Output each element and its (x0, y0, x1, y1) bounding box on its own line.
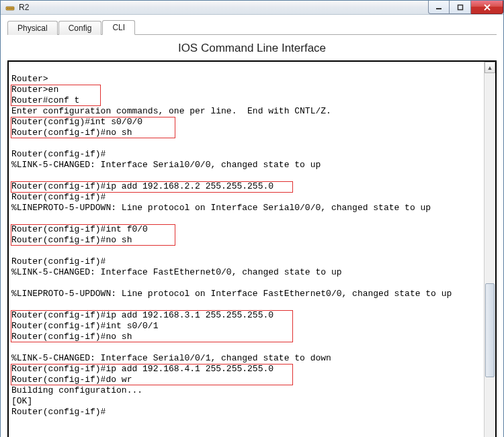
app-icon (5, 2, 15, 13)
terminal-container: Router>Router>enRouter#conf tEnter confi… (7, 60, 497, 437)
terminal-line: Router(config-if)#int s0/0/1 (11, 321, 481, 332)
svg-point-3 (11, 8, 11, 9)
terminal-line: Router(config-if)#no sh (11, 128, 481, 138)
tab-config[interactable]: Config (58, 21, 102, 35)
terminal-line: %LINK-5-CHANGED: Interface Serial0/0/0, … (11, 160, 481, 171)
terminal-line: Router(config-if)#int f0/0 (11, 224, 481, 235)
svg-point-4 (12, 8, 13, 9)
terminal-line: Router(config-if)# (11, 149, 481, 160)
terminal-line (11, 299, 481, 310)
terminal-line: Router(config-if)#ip add 192.168.3.1 255… (11, 310, 481, 321)
svg-point-1 (7, 8, 8, 9)
close-button[interactable] (471, 1, 503, 14)
terminal-scrollbar[interactable]: ▲ ▼ (484, 62, 495, 437)
terminal-line: Router(config-if)#no sh (11, 332, 481, 342)
terminal-line: %LINEPROTO-5-UPDOWN: Line protocol on In… (11, 203, 481, 213)
terminal-line: [OK] (11, 396, 481, 407)
terminal-line: Router(config-if)# (11, 407, 481, 418)
terminal-line: Router>en (11, 85, 481, 95)
minimize-button[interactable] (428, 1, 450, 14)
scroll-thumb[interactable] (485, 283, 495, 377)
terminal-line (11, 246, 481, 256)
terminal-line: Router(config-if)#no sh (11, 235, 481, 246)
tab-physical[interactable]: Physical (7, 21, 58, 35)
terminal-line: Router#conf t (11, 95, 481, 106)
terminal-line: Building configuration... (11, 385, 481, 396)
window-controls (428, 1, 503, 14)
tab-bar: Physical Config CLI (7, 19, 497, 35)
window-title: R2 (19, 3, 428, 12)
terminal-line: Router(config-if)#do wr (11, 375, 481, 385)
terminal-line: Enter configuration commands, one per li… (11, 106, 481, 117)
terminal-line (11, 171, 481, 181)
cli-terminal[interactable]: Router>Router>enRouter#conf tEnter confi… (9, 62, 484, 437)
panel-title: IOS Command Line Interface (7, 42, 497, 55)
terminal-line (11, 213, 481, 224)
terminal-line: Router(config)#int s0/0/0 (11, 117, 481, 128)
terminal-line: %LINEPROTO-5-UPDOWN: Line protocol on In… (11, 289, 481, 299)
maximize-button[interactable] (450, 1, 471, 14)
terminal-line: Router(config-if)# (11, 256, 481, 267)
svg-point-2 (9, 8, 9, 9)
terminal-line (11, 63, 481, 74)
terminal-line: Router(config-if)#ip add 192.168.4.1 255… (11, 364, 481, 375)
terminal-line (11, 278, 481, 289)
titlebar[interactable]: R2 (1, 1, 503, 15)
scroll-up-button[interactable]: ▲ (485, 62, 495, 73)
content-area: Physical Config CLI IOS Command Line Int… (1, 15, 503, 437)
tab-cli[interactable]: CLI (102, 20, 135, 35)
terminal-line: Router(config-if)# (11, 192, 481, 203)
svg-rect-6 (458, 5, 462, 9)
terminal-line: %LINK-5-CHANGED: Interface Serial0/0/1, … (11, 353, 481, 364)
terminal-line (11, 138, 481, 149)
terminal-line: Router> (11, 74, 481, 85)
app-window: R2 Physical Config CLI IOS Command Line … (0, 0, 504, 437)
terminal-line (11, 342, 481, 353)
terminal-line: %LINK-5-CHANGED: Interface FastEthernet0… (11, 267, 481, 278)
terminal-line: Router(config-if)#ip add 192.168.2.2 255… (11, 181, 481, 192)
